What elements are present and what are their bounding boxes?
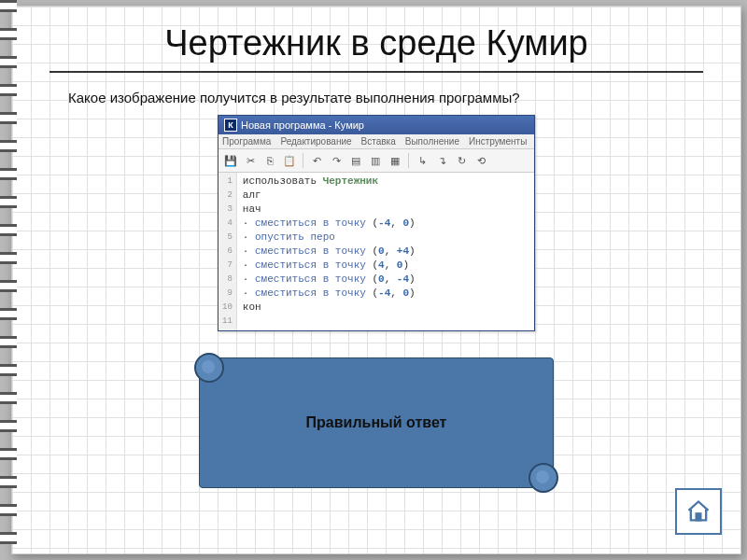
scroll-ornament-icon [194,353,224,383]
kumir-window: К Новая программа - Кумир ПрограммаРедак… [218,115,535,331]
code-line: · сместиться в точку (-4, 0) [243,217,416,231]
code-line: нач [243,203,416,217]
menu-item[interactable]: Вставка [361,136,396,147]
line-number: 3 [222,203,233,217]
line-number: 5 [222,231,233,245]
toolbar: 💾✂⎘📋↶↷▤▥▦↳↴↻⟲ [218,149,534,173]
answer-box[interactable]: Правильный ответ [199,357,554,488]
question-text: Какое изображение получится в результате… [68,90,740,105]
scroll-ornament-icon [529,463,558,493]
home-button[interactable] [675,488,722,535]
code-line [243,315,416,329]
code-line: · сместиться в точку (0, -4) [243,273,416,287]
toolbar-separator [303,153,303,168]
line-number: 10 [222,301,233,315]
window-title: Новая программа - Кумир [241,119,364,131]
code-line: · сместиться в точку (4, 0) [243,259,416,273]
line-number: 6 [222,245,233,259]
line-number: 1 [222,175,233,189]
line-number: 8 [222,273,233,287]
save-icon[interactable]: 💾 [222,152,239,169]
code-line: · сместиться в точку (-4, 0) [243,287,416,301]
code-line: использовать Чертежник [243,175,416,189]
slide-title: Чертежник в среде Кумир [49,7,703,73]
stop-icon[interactable]: ⟲ [472,152,489,169]
cut-icon[interactable]: ✂ [242,152,259,169]
paste-icon[interactable]: 📋 [281,152,298,169]
doc1-icon[interactable]: ▤ [347,152,364,169]
code-line: алг [243,189,416,203]
run-icon[interactable]: ↻ [453,152,470,169]
line-number: 2 [222,189,233,203]
menu-item[interactable]: Программа [222,136,271,147]
line-number: 4 [222,217,233,231]
menu-item[interactable]: Инструменты [469,136,527,147]
copy-icon[interactable]: ⎘ [261,152,278,169]
toolbar-separator [408,153,409,168]
line-number: 11 [222,315,233,329]
answer-label: Правильный ответ [306,414,447,431]
code-line: · сместиться в точку (0, +4) [243,245,416,259]
line-number: 9 [222,287,233,301]
menubar: ПрограммаРедактированиеВставкаВыполнение… [218,134,534,149]
doc3-icon[interactable]: ▦ [387,152,403,169]
home-icon [685,498,712,525]
doc2-icon[interactable]: ▥ [367,152,384,169]
menu-item[interactable]: Выполнение [405,136,459,147]
code-editor: 1234567891011 использовать Чертежникалгн… [218,173,534,330]
svg-rect-0 [697,513,701,520]
line-number: 7 [222,259,233,273]
code-line: · опустить перо [243,231,416,245]
step-into-icon[interactable]: ↴ [433,152,450,169]
app-icon: К [224,119,237,132]
redo-icon[interactable]: ↷ [328,152,345,169]
menu-item[interactable]: Редактирование [280,136,351,147]
code-line: кон [243,301,416,315]
titlebar: К Новая программа - Кумир [218,116,534,134]
step-over-icon[interactable]: ↳ [414,152,430,169]
undo-icon[interactable]: ↶ [308,152,325,169]
